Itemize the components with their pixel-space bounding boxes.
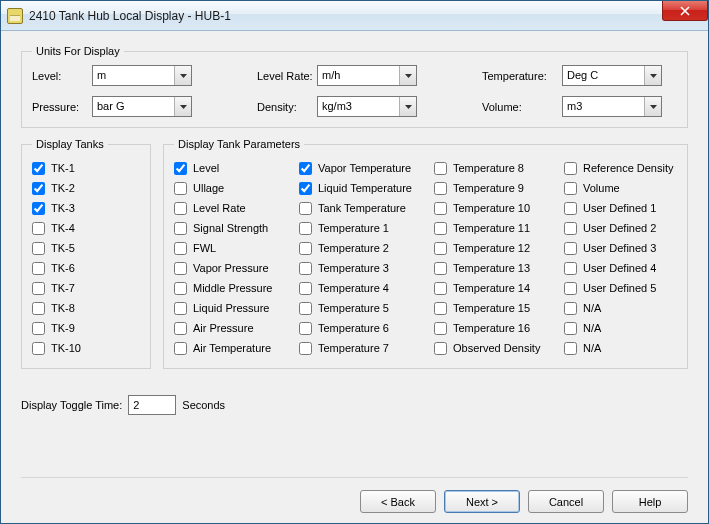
tank-item-0[interactable]: TK-1 (32, 158, 140, 178)
tank-item-7-checkbox[interactable] (32, 302, 45, 315)
tank-item-9[interactable]: TK-10 (32, 338, 140, 358)
volume-combo[interactable]: m3 (562, 96, 662, 117)
param-0-3[interactable]: Signal Strength (174, 218, 299, 238)
cancel-button[interactable]: Cancel (528, 490, 604, 513)
param-1-3-checkbox[interactable] (299, 222, 312, 235)
tank-item-1-checkbox[interactable] (32, 182, 45, 195)
param-2-0-checkbox[interactable] (434, 162, 447, 175)
param-1-4-checkbox[interactable] (299, 242, 312, 255)
param-0-9-checkbox[interactable] (174, 342, 187, 355)
toggle-time-input[interactable] (128, 395, 176, 415)
param-0-8-checkbox[interactable] (174, 322, 187, 335)
param-0-7-checkbox[interactable] (174, 302, 187, 315)
param-2-9-checkbox[interactable] (434, 342, 447, 355)
param-2-7-checkbox[interactable] (434, 302, 447, 315)
param-0-6-checkbox[interactable] (174, 282, 187, 295)
param-3-1[interactable]: Volume (564, 178, 677, 198)
param-1-6-checkbox[interactable] (299, 282, 312, 295)
param-2-4-checkbox[interactable] (434, 242, 447, 255)
param-1-8[interactable]: Temperature 6 (299, 318, 434, 338)
tank-item-3[interactable]: TK-4 (32, 218, 140, 238)
param-3-3-checkbox[interactable] (564, 222, 577, 235)
tank-item-8-checkbox[interactable] (32, 322, 45, 335)
param-1-0[interactable]: Vapor Temperature (299, 158, 434, 178)
param-3-4-checkbox[interactable] (564, 242, 577, 255)
level-combo[interactable]: m (92, 65, 192, 86)
param-0-4-checkbox[interactable] (174, 242, 187, 255)
param-3-2-checkbox[interactable] (564, 202, 577, 215)
param-3-4[interactable]: User Defined 3 (564, 238, 677, 258)
param-2-9[interactable]: Observed Density (434, 338, 564, 358)
param-1-1-checkbox[interactable] (299, 182, 312, 195)
tank-item-5-checkbox[interactable] (32, 262, 45, 275)
param-0-5-checkbox[interactable] (174, 262, 187, 275)
param-0-7[interactable]: Liquid Pressure (174, 298, 299, 318)
param-0-1-checkbox[interactable] (174, 182, 187, 195)
param-2-0[interactable]: Temperature 8 (434, 158, 564, 178)
tank-item-0-checkbox[interactable] (32, 162, 45, 175)
param-2-3[interactable]: Temperature 11 (434, 218, 564, 238)
param-1-4[interactable]: Temperature 2 (299, 238, 434, 258)
param-1-1[interactable]: Liquid Temperature (299, 178, 434, 198)
param-3-8-checkbox[interactable] (564, 322, 577, 335)
param-3-2[interactable]: User Defined 1 (564, 198, 677, 218)
param-0-0[interactable]: Level (174, 158, 299, 178)
param-2-4[interactable]: Temperature 12 (434, 238, 564, 258)
tank-item-8[interactable]: TK-9 (32, 318, 140, 338)
pressure-combo[interactable]: bar G (92, 96, 192, 117)
param-3-7-checkbox[interactable] (564, 302, 577, 315)
tank-item-9-checkbox[interactable] (32, 342, 45, 355)
param-0-3-checkbox[interactable] (174, 222, 187, 235)
param-2-6-checkbox[interactable] (434, 282, 447, 295)
param-2-7[interactable]: Temperature 15 (434, 298, 564, 318)
param-0-2-checkbox[interactable] (174, 202, 187, 215)
param-2-2-checkbox[interactable] (434, 202, 447, 215)
tank-item-2[interactable]: TK-3 (32, 198, 140, 218)
back-button[interactable]: < Back (360, 490, 436, 513)
param-3-0[interactable]: Reference Density (564, 158, 677, 178)
param-1-9-checkbox[interactable] (299, 342, 312, 355)
param-3-5-checkbox[interactable] (564, 262, 577, 275)
param-3-3[interactable]: User Defined 2 (564, 218, 677, 238)
param-1-2[interactable]: Tank Temperature (299, 198, 434, 218)
density-combo[interactable]: kg/m3 (317, 96, 417, 117)
close-button[interactable] (662, 1, 708, 21)
param-1-3[interactable]: Temperature 1 (299, 218, 434, 238)
tank-item-7[interactable]: TK-8 (32, 298, 140, 318)
param-3-6-checkbox[interactable] (564, 282, 577, 295)
param-1-5[interactable]: Temperature 3 (299, 258, 434, 278)
param-3-9[interactable]: N/A (564, 338, 677, 358)
tank-item-2-checkbox[interactable] (32, 202, 45, 215)
tank-item-1[interactable]: TK-2 (32, 178, 140, 198)
param-0-2[interactable]: Level Rate (174, 198, 299, 218)
param-2-1[interactable]: Temperature 9 (434, 178, 564, 198)
param-2-6[interactable]: Temperature 14 (434, 278, 564, 298)
param-2-8-checkbox[interactable] (434, 322, 447, 335)
param-1-6[interactable]: Temperature 4 (299, 278, 434, 298)
param-1-9[interactable]: Temperature 7 (299, 338, 434, 358)
param-2-5[interactable]: Temperature 13 (434, 258, 564, 278)
tank-item-6-checkbox[interactable] (32, 282, 45, 295)
param-2-3-checkbox[interactable] (434, 222, 447, 235)
param-2-2[interactable]: Temperature 10 (434, 198, 564, 218)
param-3-7[interactable]: N/A (564, 298, 677, 318)
param-0-4[interactable]: FWL (174, 238, 299, 258)
tank-item-5[interactable]: TK-6 (32, 258, 140, 278)
tank-item-3-checkbox[interactable] (32, 222, 45, 235)
levelrate-combo[interactable]: m/h (317, 65, 417, 86)
param-0-1[interactable]: Ullage (174, 178, 299, 198)
param-0-8[interactable]: Air Pressure (174, 318, 299, 338)
param-3-8[interactable]: N/A (564, 318, 677, 338)
temperature-combo[interactable]: Deg C (562, 65, 662, 86)
param-1-2-checkbox[interactable] (299, 202, 312, 215)
tank-item-6[interactable]: TK-7 (32, 278, 140, 298)
param-0-0-checkbox[interactable] (174, 162, 187, 175)
param-2-1-checkbox[interactable] (434, 182, 447, 195)
param-2-5-checkbox[interactable] (434, 262, 447, 275)
param-1-7-checkbox[interactable] (299, 302, 312, 315)
param-3-0-checkbox[interactable] (564, 162, 577, 175)
param-3-9-checkbox[interactable] (564, 342, 577, 355)
help-button[interactable]: Help (612, 490, 688, 513)
param-3-1-checkbox[interactable] (564, 182, 577, 195)
tank-item-4[interactable]: TK-5 (32, 238, 140, 258)
